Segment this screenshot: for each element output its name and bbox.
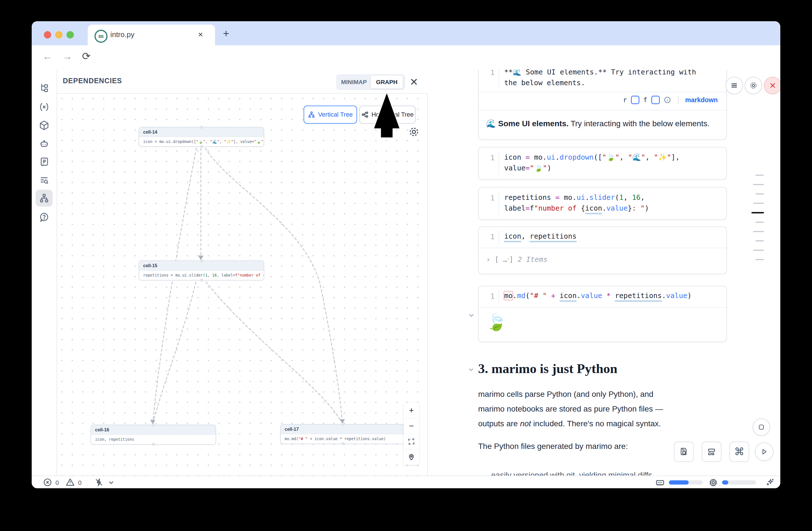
sidebar-item-dependencies[interactable] (35, 190, 53, 206)
keyboard-shortcuts-button[interactable]: ⌘ (729, 442, 749, 462)
scroll-minimap[interactable] (747, 175, 764, 268)
dependency-graph-canvas[interactable]: Vertical Tree Horizontal Tree cell-14 (57, 94, 428, 475)
cell-toolbar: r f markdown (623, 96, 718, 104)
tab-graph[interactable]: GRAPH (371, 75, 403, 89)
window-zoom-button[interactable] (67, 31, 74, 39)
notebook-menu-button[interactable] (725, 77, 743, 94)
vertical-tree-button[interactable]: Vertical Tree (304, 105, 357, 124)
tab-minimap[interactable]: MINIMAP (338, 75, 369, 89)
raw-toggle-checkbox[interactable] (631, 96, 639, 104)
app-content: DEPENDENCIES MINIMAP GRAPH ✕ (32, 69, 780, 475)
refs-code-cell[interactable]: 1 icon, repetitions › [ …ꞏ] 2 Items (478, 227, 727, 274)
new-tab-icon[interactable]: + (223, 27, 229, 40)
minimap-line (755, 240, 764, 241)
language-label[interactable]: markdown (685, 96, 718, 104)
toolbar-divider (678, 96, 679, 104)
raw-toggle-label: r (623, 96, 627, 104)
line-number: 1 (479, 233, 495, 241)
code-line[interactable]: mo.md("# " + icon.value * repetitions.va… (504, 291, 692, 300)
minimap-line (755, 175, 764, 176)
forward-icon[interactable]: → (62, 51, 72, 62)
tree-output-row[interactable]: › [ …ꞏ] 2 Items (486, 255, 548, 264)
warnings-indicator[interactable] (66, 478, 75, 487)
window-close-button[interactable] (44, 31, 51, 39)
center-node-button[interactable] (404, 449, 419, 465)
tab-close-icon[interactable]: × (198, 30, 203, 39)
line-number: 1 (479, 69, 495, 77)
sidebar-item-packages[interactable] (35, 117, 53, 134)
notebook-column: 1 **🌊 Some UI elements.** Try interactin… (467, 69, 728, 475)
view-mode-tabs: MINIMAP GRAPH (336, 74, 405, 90)
sidebar-item-ai-assistant[interactable] (35, 135, 53, 152)
section-collapse-chevron-icon[interactable] (467, 366, 475, 373)
info-icon[interactable] (664, 96, 671, 104)
shutdown-button[interactable] (764, 77, 780, 94)
slider-code-cell[interactable]: 1 repetitions = mo.ui.slider(1, 16, labe… (478, 187, 727, 220)
close-x-icon (769, 82, 777, 89)
minimap-line (753, 203, 764, 204)
sidebar-item-logs[interactable] (35, 154, 53, 170)
cpu-icon (708, 478, 718, 487)
interrupt-button[interactable] (753, 418, 770, 436)
sidebar-item-variables[interactable] (35, 99, 53, 115)
gear-icon (749, 81, 758, 90)
autorun-chevron-icon[interactable] (107, 479, 115, 486)
node-title: cell-16 (91, 425, 216, 435)
reload-icon[interactable]: ⟳ (82, 51, 90, 62)
graph-node-cell-14[interactable]: cell-14 icon = mo.ui.dropdown(["🍃", "🌊",… (139, 127, 264, 147)
code-line[interactable]: icon, repetitions (504, 232, 577, 240)
expand-chevron[interactable]: › (486, 255, 490, 263)
cpu-bar-fill (722, 480, 728, 485)
cpu-bar (722, 480, 756, 485)
panel-close-icon[interactable]: ✕ (410, 76, 418, 88)
collapse-chevron-icon[interactable] (467, 311, 475, 319)
cpu-indicator[interactable] (708, 478, 718, 487)
sparkles-icon (766, 478, 775, 487)
save-button[interactable] (674, 442, 694, 462)
sidebar-item-file-tree[interactable] (35, 79, 53, 96)
graph-node-cell-17[interactable]: cell-17 mo.md("# " + icon.value * repeti… (280, 424, 406, 444)
minimap-line (755, 193, 764, 195)
browser-tabstrip: m intro.py × + (32, 21, 780, 45)
code-line[interactable]: **🌊 Some UI elements.** Try interacting … (504, 69, 696, 76)
minimap-line (753, 231, 764, 232)
sidebar-item-help[interactable] (35, 209, 53, 226)
hamburger-icon (730, 82, 738, 89)
window-minimize-button[interactable] (55, 31, 62, 39)
status-bar: 0 0 (32, 475, 780, 488)
dropdown-code-cell[interactable]: 1 icon = mo.ui.dropdown(["🍃", "🌊", "✨"],… (478, 147, 727, 180)
code-line[interactable]: value="🍃") (504, 164, 551, 172)
graph-node-cell-16[interactable]: cell-16 icon, repetitions (90, 425, 216, 445)
code-line[interactable]: the below elements. (504, 79, 585, 87)
memory-indicator[interactable] (655, 478, 665, 487)
md-concat-cell[interactable]: 1 mo.md("# " + icon.value * repetitions.… (478, 286, 727, 342)
browser-tab[interactable]: m intro.py × (88, 25, 215, 45)
notebook-settings-button[interactable] (745, 77, 762, 94)
run-button[interactable] (755, 442, 773, 461)
code-line[interactable]: repetitions = mo.ui.slider(1, 16, (504, 193, 645, 202)
line-number: 1 (479, 292, 495, 300)
code-line[interactable]: icon = mo.ui.dropdown(["🍃", "🌊", "✨"], (504, 153, 680, 161)
fit-view-button[interactable] (404, 434, 419, 449)
graph-node-cell-15[interactable]: cell-15 repetitions = mo.ui.slider(1, 16… (139, 260, 264, 281)
ai-feature-button[interactable] (766, 478, 775, 487)
minimap-line (753, 184, 764, 185)
markdown-output: 🌊 Some UI elements. Try interacting with… (486, 119, 710, 128)
sidebar-item-snippets[interactable] (35, 172, 53, 189)
fstring-toggle-checkbox[interactable] (651, 96, 660, 104)
autorun-disabled-indicator[interactable] (95, 478, 104, 487)
warning-count: 0 (78, 479, 82, 487)
back-icon[interactable]: ← (42, 51, 53, 62)
zoom-in-button[interactable]: + (404, 403, 419, 418)
command-icon: ⌘ (734, 446, 744, 458)
ram-icon (655, 478, 665, 487)
save-icon (679, 447, 688, 456)
minimap-line (755, 221, 764, 223)
section-paragraph-1: marimo cells parse Python (and only Pyth… (478, 387, 676, 431)
code-line[interactable]: label=f"number of {icon.value}: ") (504, 204, 649, 212)
markdown-cell[interactable]: 1 **🌊 Some UI elements.** Try interactin… (478, 69, 727, 140)
zoom-out-button[interactable]: − (404, 418, 419, 434)
layout-toggle-button[interactable] (702, 442, 722, 462)
minimap-line (755, 259, 764, 260)
errors-indicator[interactable] (43, 478, 52, 487)
